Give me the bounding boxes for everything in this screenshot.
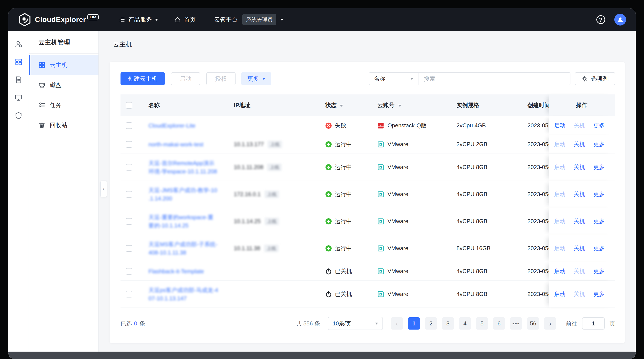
header-status[interactable]: 状态: [320, 101, 372, 109]
help-icon[interactable]: ?: [596, 15, 605, 24]
brand[interactable]: CloudExplorer Lite: [18, 13, 99, 26]
row-checkbox[interactable]: [126, 268, 132, 275]
document-module-icon[interactable]: [15, 76, 22, 84]
monitor-module-icon[interactable]: [15, 94, 22, 102]
cloud-host-table: 名称 IP地址 状态 云账号 实例规格 创建时间 操作 CloudExplore…: [120, 94, 615, 308]
page-size-select[interactable]: 10条/页: [328, 317, 383, 330]
start-action: 启动: [554, 163, 566, 171]
page-button-6[interactable]: 6: [493, 317, 505, 330]
start-action: 启动: [554, 190, 566, 198]
sidebar-item-label: 任务: [50, 101, 62, 109]
created-time: 2023-05-: [522, 218, 548, 225]
more-action[interactable]: 更多: [593, 217, 605, 225]
vm-name-link[interactable]: 天逗-首尔RemoteApp演示环境-学espace-10.1.11.208: [148, 159, 217, 176]
page-button-56[interactable]: 56: [527, 317, 539, 330]
page-button-1[interactable]: 1: [408, 317, 420, 330]
users-module-icon[interactable]: [15, 40, 22, 48]
more-action[interactable]: 更多: [593, 267, 605, 275]
created-time: 2023-05-: [522, 245, 548, 252]
search-field-select[interactable]: 名称: [369, 73, 418, 85]
cloud-account-text: VMware: [388, 191, 408, 198]
home-menu[interactable]: 首页: [174, 16, 196, 23]
cloud-account-text: VMware: [388, 218, 408, 225]
authorize-button[interactable]: 授权: [206, 72, 236, 85]
row-checkbox[interactable]: [126, 122, 132, 129]
sidebar-item-cloud-host[interactable]: 云主机: [29, 55, 98, 75]
person-icon: [617, 16, 624, 23]
user-avatar[interactable]: [614, 14, 626, 25]
stop-action[interactable]: 关机: [574, 190, 585, 198]
sidebar-item-recycle-bin[interactable]: 回收站: [29, 115, 98, 135]
goto-label: 前往: [566, 320, 577, 327]
more-action[interactable]: 更多: [593, 140, 605, 148]
cloud-account-text: VMware: [388, 141, 408, 148]
sidebar-menu: 云主机 磁盘 任务: [29, 54, 98, 135]
more-action[interactable]: 更多: [593, 163, 605, 171]
vm-name-link[interactable]: north-makai-work-test: [148, 140, 203, 149]
start-action[interactable]: 启动: [554, 122, 566, 129]
start-button[interactable]: 启动: [171, 72, 200, 85]
cloud-account-text: VMware: [388, 268, 408, 275]
vm-name-link[interactable]: Flashback-it-Template: [148, 267, 204, 276]
sidebar-item-tasks[interactable]: 任务: [29, 95, 98, 115]
start-action[interactable]: 启动: [554, 290, 566, 298]
product-services-menu[interactable]: 产品服务: [119, 16, 158, 23]
sidebar-item-disk[interactable]: 磁盘: [29, 75, 98, 95]
status-failed-icon: [325, 122, 332, 129]
pagination-ellipsis[interactable]: •••: [510, 317, 522, 330]
role-badge[interactable]: 系统管理员: [242, 14, 276, 25]
row-checkbox[interactable]: [126, 291, 132, 298]
vm-name-link[interactable]: 天逗MS客户成功部-子系统-408-10.1.11.38: [148, 240, 218, 257]
shield-module-icon[interactable]: [15, 112, 22, 119]
goto-page-input[interactable]: [582, 317, 605, 330]
column-options-label: 选项列: [591, 75, 609, 83]
page-size-value: 10条/页: [333, 320, 351, 327]
page-button-3[interactable]: 3: [442, 317, 454, 330]
created-time: 2023-05-: [522, 141, 548, 148]
more-button[interactable]: 更多: [241, 72, 271, 85]
status-stopped-icon: [325, 268, 332, 275]
create-cloud-host-button[interactable]: 创建云主机: [120, 72, 165, 85]
row-checkbox[interactable]: [126, 164, 132, 171]
select-all-checkbox[interactable]: [126, 102, 132, 109]
vm-name-link[interactable]: CloudExplorer-Lite: [148, 121, 196, 130]
stop-action[interactable]: 关机: [574, 217, 585, 225]
more-action[interactable]: 更多: [593, 190, 605, 198]
goto-page: 前往 页: [566, 317, 615, 330]
row-checkbox[interactable]: [126, 191, 132, 198]
more-action[interactable]: 更多: [593, 290, 605, 298]
page-button-4[interactable]: 4: [459, 317, 471, 330]
brand-name: CloudExplorer: [35, 15, 86, 24]
more-action[interactable]: 更多: [593, 245, 605, 252]
start-action[interactable]: 启动: [554, 267, 566, 275]
ip-address: 10.1.11.208: [234, 164, 263, 171]
sidebar-collapse-handle[interactable]: ‹: [100, 181, 107, 197]
header-cloud-account[interactable]: 云账号: [372, 101, 451, 109]
vm-name-link[interactable]: 天逗-重要的workspace-重要的-10.1.14.25: [148, 213, 214, 230]
stop-action[interactable]: 关机: [574, 140, 585, 148]
role-chevron-down-icon[interactable]: [280, 19, 283, 21]
stop-action[interactable]: 关机: [574, 163, 585, 171]
cloud-console-module-icon[interactable]: [15, 58, 22, 66]
next-page-button[interactable]: ›: [544, 317, 556, 330]
table-row: 天逗-JMS客户成功-教学-10.1.14.200172.16.0.1上线运行中…: [120, 181, 615, 208]
prev-page-button[interactable]: ‹: [391, 317, 403, 330]
more-action[interactable]: 更多: [593, 122, 605, 129]
search-input[interactable]: [418, 73, 570, 85]
stop-action: 关机: [574, 290, 585, 298]
search-field-value: 名称: [374, 75, 385, 83]
header-spec: 实例规格: [451, 101, 522, 109]
page-button-5[interactable]: 5: [476, 317, 488, 330]
row-checkbox[interactable]: [126, 141, 132, 148]
page-button-2[interactable]: 2: [425, 317, 437, 330]
row-checkbox[interactable]: [126, 218, 132, 225]
stop-action: 关机: [574, 267, 585, 275]
vm-name-link[interactable]: 天逗-JMS客户成功-教学-10.1.14.200: [148, 186, 217, 203]
column-options-button[interactable]: 选项列: [575, 72, 615, 85]
vmware-icon: [378, 141, 384, 148]
vmware-icon: [378, 218, 384, 225]
stop-action[interactable]: 关机: [574, 245, 585, 252]
ip-tag: 上线: [264, 245, 278, 252]
row-checkbox[interactable]: [126, 245, 132, 252]
vm-name-link[interactable]: 天逗ps客户成功部-马成龙-407-10.1.13.147: [148, 286, 218, 303]
